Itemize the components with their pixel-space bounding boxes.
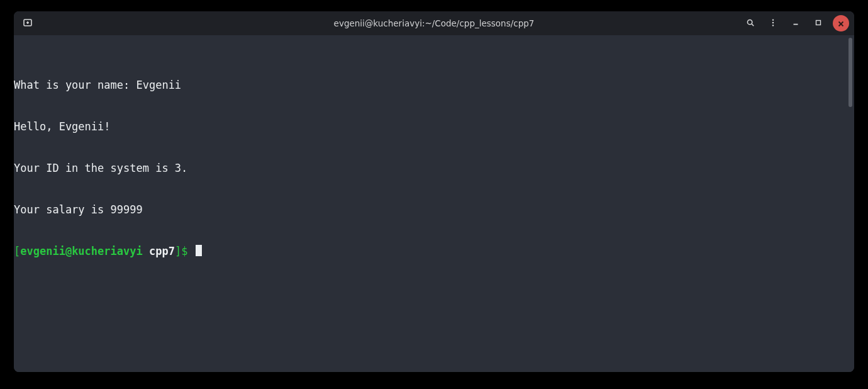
menu-button[interactable]: [765, 15, 781, 31]
maximize-button[interactable]: [810, 15, 826, 31]
prompt-space: [143, 245, 149, 257]
kebab-menu-icon: [769, 18, 777, 30]
svg-point-3: [747, 20, 752, 24]
titlebar-right: [742, 15, 849, 31]
svg-point-5: [772, 19, 774, 20]
new-tab-icon: [23, 17, 33, 30]
svg-point-7: [772, 25, 774, 26]
close-icon: [838, 18, 844, 30]
maximize-icon: [814, 18, 823, 30]
prompt-dir: cpp7: [149, 245, 175, 257]
terminal-body[interactable]: What is your name: Evgenii Hello, Evgeni…: [14, 35, 854, 372]
titlebar: evgenii@kucheriavyi:~/Code/cpp_lessons/c…: [14, 11, 854, 35]
close-button[interactable]: [833, 15, 849, 31]
terminal-line: What is your name: Evgenii: [14, 78, 853, 92]
minimize-icon: [791, 18, 800, 30]
terminal-line: Your salary is 99999: [14, 203, 853, 217]
new-tab-button[interactable]: [19, 14, 36, 32]
minimize-button[interactable]: [787, 15, 804, 31]
window-title: evgenii@kucheriavyi:~/Code/cpp_lessons/c…: [334, 18, 535, 28]
terminal-prompt-line: [evgenii@kucheriavyi cpp7]$: [14, 244, 853, 258]
svg-line-4: [752, 23, 754, 25]
prompt-end: ]$: [175, 245, 187, 257]
scrollbar-thumb[interactable]: [849, 38, 852, 107]
terminal-line: Hello, Evgenii!: [14, 120, 853, 133]
terminal-window: evgenii@kucheriavyi:~/Code/cpp_lessons/c…: [14, 11, 854, 372]
titlebar-left: [19, 14, 36, 32]
svg-point-6: [772, 21, 774, 23]
cursor: [196, 245, 202, 256]
terminal-line: Your ID in the system is 3.: [14, 161, 853, 175]
prompt-open-bracket: [: [14, 245, 20, 257]
svg-rect-9: [816, 20, 821, 25]
prompt-user-host: evgenii@kucheriavyi: [20, 245, 142, 257]
search-button[interactable]: [742, 15, 759, 31]
search-icon: [746, 18, 755, 30]
